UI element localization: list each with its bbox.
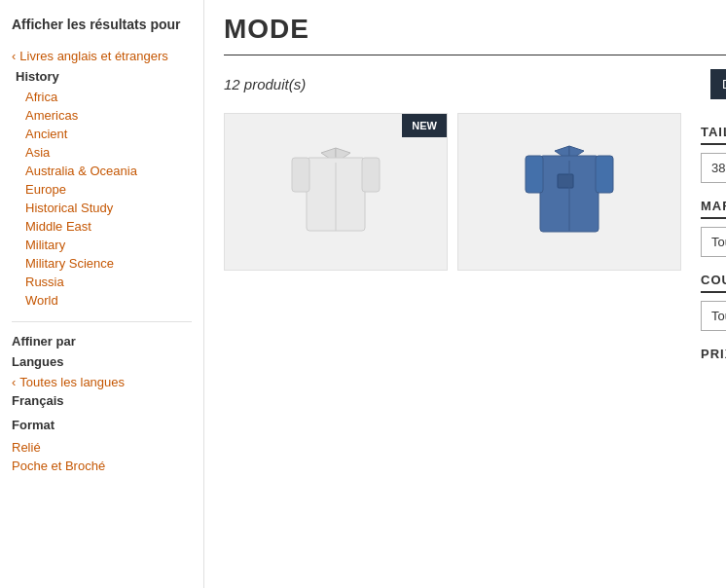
filter-langues-link[interactable]: ‹ Toutes les langues: [12, 375, 192, 389]
svg-rect-11: [558, 174, 573, 188]
filter-panel: TAILLE 38 - T2 - M 36 - T1 - S 40 - T3 -…: [701, 125, 726, 377]
sidebar-nav-section: ‹ Livres anglais et étrangers History Af…: [12, 49, 192, 310]
back-link-label: Livres anglais et étrangers: [19, 49, 167, 63]
filter-marque-divider: [701, 217, 726, 219]
shirt-blue-icon: [521, 133, 618, 250]
filter-couleur-divider: [701, 291, 726, 293]
filter-langues-active: Français: [12, 393, 192, 408]
sidebar-item-americas[interactable]: Americas: [12, 106, 192, 125]
toolbar: 12 produit(s) Du moins cher au plus cher…: [224, 69, 726, 99]
svg-rect-3: [292, 158, 309, 192]
filter-taille-select-wrapper[interactable]: 38 - T2 - M 36 - T1 - S 40 - T3 - L: [701, 153, 726, 183]
filter-marque-select-wrapper[interactable]: Toute Marque Nike: [701, 227, 726, 257]
filter-format-poche[interactable]: Poche et Broché: [12, 457, 192, 475]
filter-marque-section: MARQUE Toute Marque Nike: [701, 199, 726, 257]
svg-rect-9: [526, 156, 543, 193]
refine-label: Affiner par: [12, 334, 192, 349]
filter-prix-label: PRIX: [701, 347, 726, 361]
sidebar-item-world[interactable]: World: [12, 291, 192, 310]
product-count: 12 produit(s): [224, 76, 306, 92]
filter-langues-link-label: Toutes les langues: [19, 375, 125, 389]
product-card-2[interactable]: [457, 113, 681, 271]
products-area: NEW: [224, 113, 726, 377]
svg-rect-10: [596, 156, 613, 193]
category-items: Africa Americas Ancient Asia Australia &…: [12, 88, 192, 310]
sidebar-item-asia[interactable]: Asia: [12, 143, 192, 162]
sidebar-title: Afficher les résultats pour: [12, 16, 192, 35]
sidebar-item-europe[interactable]: Europe: [12, 180, 192, 199]
page-title: MODE: [224, 14, 726, 45]
product-image-2: [458, 114, 680, 270]
filter-format: Format Relié Poche et Broché: [12, 418, 192, 475]
filter-format-relie[interactable]: Relié: [12, 438, 192, 457]
sidebar-item-ancient[interactable]: Ancient: [12, 125, 192, 143]
sort-select-wrapper[interactable]: Du moins cher au plus cherDu plus cher a…: [710, 69, 726, 99]
filter-couleur-section: COULEUR Toute Couleur Blanc Bleu: [701, 273, 726, 331]
chevron-left-icon-small: ‹: [12, 375, 16, 389]
product-card-1[interactable]: NEW: [224, 113, 448, 271]
sidebar: Afficher les résultats pour ‹ Livres ang…: [0, 0, 204, 588]
product-image-1: NEW: [225, 114, 447, 270]
shirt-white-icon: [287, 133, 384, 250]
filter-couleur-select[interactable]: Toute Couleur Blanc Bleu: [701, 301, 726, 331]
filter-format-title: Format: [12, 418, 192, 432]
sidebar-item-military-science[interactable]: Military Science: [12, 254, 192, 273]
sidebar-item-australia-oceania[interactable]: Australia & Oceania: [12, 162, 192, 180]
filter-marque-select[interactable]: Toute Marque Nike: [701, 227, 726, 257]
main-content: MODE 12 produit(s) Du moins cher au plus…: [204, 0, 726, 588]
sidebar-divider: [12, 321, 192, 322]
filter-taille-select[interactable]: 38 - T2 - M 36 - T1 - S 40 - T3 - L: [701, 153, 726, 183]
filter-taille-divider: [701, 143, 726, 145]
sidebar-item-africa[interactable]: Africa: [12, 88, 192, 106]
chevron-left-icon: ‹: [12, 49, 16, 63]
filter-taille-label: TAILLE: [701, 125, 726, 139]
sidebar-item-military[interactable]: Military: [12, 236, 192, 254]
filter-couleur-label: COULEUR: [701, 273, 726, 287]
filter-langues-title: Langues: [12, 354, 192, 369]
filter-couleur-select-wrapper[interactable]: Toute Couleur Blanc Bleu: [701, 301, 726, 331]
sidebar-item-historical-study[interactable]: Historical Study: [12, 199, 192, 217]
products-grid: NEW: [224, 113, 681, 377]
product-badge-1: NEW: [402, 114, 447, 137]
category-title: History: [12, 69, 192, 84]
back-link[interactable]: ‹ Livres anglais et étrangers: [12, 49, 192, 63]
svg-rect-4: [362, 158, 380, 192]
filter-taille-section: TAILLE 38 - T2 - M 36 - T1 - S 40 - T3 -…: [701, 125, 726, 183]
filter-marque-label: MARQUE: [701, 199, 726, 213]
main-divider: [224, 55, 726, 55]
filter-langues: Langues ‹ Toutes les langues Français: [12, 354, 192, 408]
sidebar-item-middle-east[interactable]: Middle East: [12, 217, 192, 236]
filter-prix-section: PRIX: [701, 347, 726, 361]
sidebar-item-russia[interactable]: Russia: [12, 273, 192, 291]
sort-select[interactable]: Du moins cher au plus cherDu plus cher a…: [710, 69, 726, 99]
